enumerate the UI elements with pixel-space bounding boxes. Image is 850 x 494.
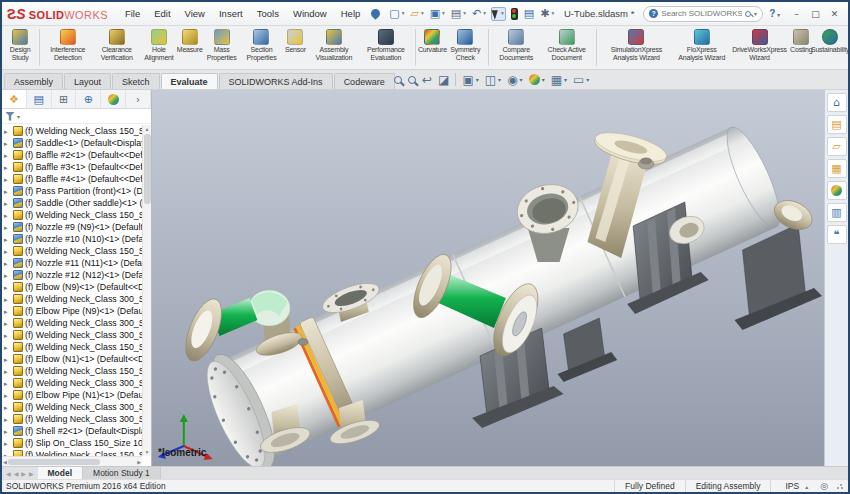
- custom-properties-icon[interactable]: ▥: [827, 203, 847, 222]
- home-icon[interactable]: ⌂: [827, 93, 847, 112]
- zoom-fit-icon[interactable]: [394, 76, 402, 84]
- filter-icon[interactable]: [5, 112, 15, 121]
- units-dropdown-icon[interactable]: ▴: [805, 483, 808, 490]
- command-tab[interactable]: Evaluate: [161, 73, 218, 89]
- expand-arrow-icon[interactable]: [4, 200, 11, 207]
- interference-detection-button[interactable]: Interference Detection: [43, 27, 92, 68]
- sensor-button[interactable]: Sensor: [282, 27, 308, 68]
- floxpress-analysis-wizard-button[interactable]: FloXpress Analysis Wizard: [673, 27, 731, 68]
- feature-tree-item[interactable]: (f) Shell #2<1> (Default<Display: [2, 425, 142, 437]
- scroll-down-icon[interactable]: ▼: [145, 448, 150, 456]
- resize-grip[interactable]: [836, 482, 844, 490]
- compare-documents-button[interactable]: Compare Documents: [492, 27, 540, 68]
- filter-dropdown-icon[interactable]: ▾: [17, 113, 20, 120]
- expand-arrow-icon[interactable]: [4, 224, 11, 231]
- apply-scene-icon[interactable]: ▦: [551, 74, 567, 86]
- expand-arrow-icon[interactable]: [4, 368, 11, 375]
- feature-tree-item[interactable]: (f) Slip On_Class 150_Size 10.00<1: [2, 437, 142, 449]
- assembly-visualization-button[interactable]: Assembly Visualization: [308, 27, 359, 68]
- symmetry-check-button[interactable]: Symmetry Check: [445, 27, 485, 68]
- select-cursor-icon[interactable]: [491, 7, 506, 21]
- feature-tree-item[interactable]: (f) Welding Neck_Class 300_Size 6: [2, 293, 142, 305]
- section-view-icon[interactable]: ◪: [438, 74, 449, 86]
- view-orientation-icon[interactable]: ▣: [462, 74, 478, 86]
- expand-arrow-icon[interactable]: [4, 164, 11, 171]
- driveworksxpress-wizard-button[interactable]: DriveWorksXpress Wizard: [731, 27, 789, 68]
- performance-evaluation-button[interactable]: Performance Evaluation: [359, 27, 412, 68]
- feature-tree-item[interactable]: (f) Elbow (N9)<1> (Default<<Def: [2, 281, 142, 293]
- expand-arrow-icon[interactable]: [4, 284, 11, 291]
- menu-item[interactable]: File: [118, 5, 147, 22]
- expand-arrow-icon[interactable]: [4, 440, 11, 447]
- command-tab[interactable]: Layout: [64, 73, 111, 89]
- edit-appearance-icon[interactable]: [529, 74, 545, 85]
- options-list-icon[interactable]: ▤: [523, 7, 535, 20]
- design-study-button[interactable]: Design Study: [4, 27, 36, 68]
- search-icon[interactable]: [745, 11, 751, 17]
- expand-arrow-icon[interactable]: [4, 380, 11, 387]
- mass-properties-button[interactable]: Mass Properties: [203, 27, 241, 68]
- rebuild-icon[interactable]: [510, 7, 519, 21]
- curvature-button[interactable]: Curvature: [419, 27, 445, 68]
- tree-vertical-scrollbar[interactable]: ▲ ▼: [142, 125, 151, 456]
- feature-tree-item[interactable]: (f) Pass Partition (front)<1> (Defa: [2, 185, 142, 197]
- feature-tree-item[interactable]: (f) Welding Neck_Class 300_Size 6: [2, 413, 142, 425]
- tab-nav-icon[interactable]: ▶: [21, 470, 26, 477]
- settings-gear-icon[interactable]: ✱: [539, 7, 555, 20]
- expand-arrow-icon[interactable]: [4, 128, 11, 135]
- feature-tree-item[interactable]: (f) Saddle<1> (Default<Display S: [2, 137, 142, 149]
- scroll-right-icon[interactable]: ▶: [137, 459, 141, 465]
- search-dropdown-icon[interactable]: ▾: [754, 10, 757, 17]
- expand-arrow-icon[interactable]: [4, 248, 11, 255]
- menu-item[interactable]: Edit: [147, 5, 177, 22]
- menu-item[interactable]: Help: [334, 5, 368, 22]
- forum-icon[interactable]: ❝: [827, 225, 847, 244]
- previous-view-icon[interactable]: ↩: [422, 74, 432, 86]
- feature-tree-item[interactable]: (f) Elbow Pipe (N1)<1> (Default<: [2, 389, 142, 401]
- expand-arrow-icon[interactable]: [4, 176, 11, 183]
- scrollbar-thumb[interactable]: [8, 459, 100, 465]
- print-icon[interactable]: ▤: [450, 7, 467, 20]
- study-tab[interactable]: Motion Study 1: [83, 467, 161, 479]
- expand-arrow-icon[interactable]: [4, 236, 11, 243]
- expand-arrow-icon[interactable]: [4, 428, 11, 435]
- command-tab[interactable]: Codeware: [334, 73, 395, 89]
- feature-tree-item[interactable]: (f) Nozzle #10 (N10)<1> (Default: [2, 233, 142, 245]
- feature-tree-item[interactable]: (f) Nozzle #12 (N12)<1> (Default: [2, 269, 142, 281]
- feature-tree-item[interactable]: (f) Welding Neck_Class 150_Size 6: [2, 209, 142, 221]
- menu-item[interactable]: Window: [286, 5, 334, 22]
- feature-tree-item[interactable]: (f) Elbow (N1)<1> (Default<<Def: [2, 353, 142, 365]
- expand-arrow-icon[interactable]: [4, 140, 11, 147]
- shell-port[interactable]: [298, 339, 308, 346]
- measure-button[interactable]: Measure: [177, 27, 203, 68]
- feature-tree-item[interactable]: (f) Welding Neck_Class 300_Size 6: [2, 317, 142, 329]
- expand-arrow-icon[interactable]: [4, 416, 11, 423]
- expand-arrow-icon[interactable]: [4, 344, 11, 351]
- feature-tree-item[interactable]: (f) Elbow Pipe (N9)<1> (Default<: [2, 305, 142, 317]
- displaymanager-tab[interactable]: [101, 90, 126, 108]
- expand-arrow-icon[interactable]: [4, 308, 11, 315]
- menu-item[interactable]: Tools: [250, 5, 286, 22]
- featuremanager-tab[interactable]: ❖: [2, 90, 27, 108]
- configurationmanager-tab[interactable]: ⊞: [52, 90, 77, 108]
- open-icon[interactable]: ▱: [409, 7, 424, 20]
- new-document-icon[interactable]: ▢: [388, 7, 405, 20]
- check-active-document-button[interactable]: Check Active Document: [540, 27, 593, 68]
- undo-icon[interactable]: ↶: [471, 7, 487, 20]
- dimxpertmanager-tab[interactable]: ⊕: [76, 90, 101, 108]
- feature-tree-item[interactable]: (f) Welding Neck_Class 300_Size 6: [2, 329, 142, 341]
- simulationxpress-analysis-wizard-button[interactable]: SimulationXpress Analysis Wizard: [600, 27, 673, 68]
- expand-arrow-icon[interactable]: [4, 272, 11, 279]
- hide-show-items-icon[interactable]: ◉: [507, 74, 523, 86]
- feature-tree-item[interactable]: (f) Welding Neck_Class 300_Size 6: [2, 377, 142, 389]
- expand-arrow-icon[interactable]: [4, 356, 11, 363]
- menu-item[interactable]: Insert: [212, 5, 250, 22]
- maximize-button[interactable]: □: [807, 6, 824, 21]
- file-explorer-icon[interactable]: ▱: [827, 137, 847, 156]
- expand-arrow-icon[interactable]: [4, 260, 11, 267]
- model-canvas[interactable]: [152, 90, 824, 466]
- feature-tree-item[interactable]: (f) Welding Neck_Class 150_Size 6: [2, 341, 142, 353]
- tab-nav-icon[interactable]: ◀: [14, 470, 19, 477]
- tree-horizontal-scrollbar[interactable]: ◀ ▶: [2, 456, 142, 466]
- design-library-icon[interactable]: ▤: [827, 115, 847, 134]
